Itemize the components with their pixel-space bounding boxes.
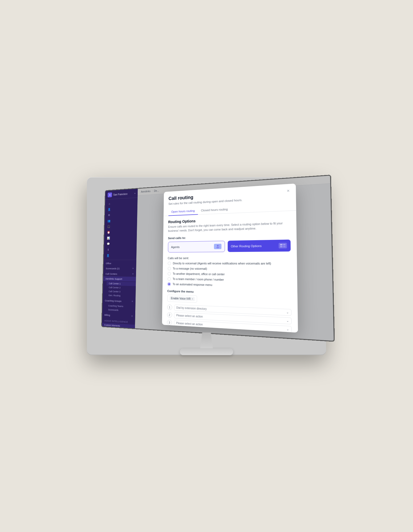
send-calls-label: Send calls to: (168, 234, 290, 239)
app-layout: A San Francisco ▾ ⌂ 👤 (102, 176, 334, 341)
app-logo: A (108, 192, 112, 197)
nav-chart[interactable]: 📊 (104, 234, 137, 241)
coaching-groups-plus-icon: + (132, 300, 133, 303)
modal-body: Routing Options Ensure calls are routed … (162, 210, 298, 332)
radio-department-circle (167, 272, 171, 275)
menu-select-3-chevron: ⌄ (286, 327, 289, 331)
sidebar-menu: Office Scorecards (2) + Call Centers + (102, 260, 136, 328)
svg-point-0 (217, 245, 218, 246)
home-icon: ⌂ (108, 202, 111, 205)
radio-message[interactable]: To a message (no voicemail) (168, 267, 291, 271)
sidebar-item-scorecards[interactable]: Scorecards (2) + (103, 265, 136, 271)
sidebar-item-aerolinks-support[interactable]: Aerolinks Support (103, 276, 136, 281)
monitor-screen-container: A San Francisco ▾ ⌂ 👤 (101, 174, 335, 342)
person-icon: 👤 (108, 207, 111, 211)
modal-header: Call routing Set rules for the call rout… (164, 183, 296, 205)
main-content: Aerolinks / De... Call routing Set rules… (135, 176, 334, 341)
option-other-routing[interactable]: Other Routing Options (227, 239, 290, 252)
radio-team-member-circle (167, 277, 171, 280)
org-chevron-icon: ▾ (134, 192, 136, 194)
agents-icon (214, 243, 221, 249)
message-icon: 💬 (107, 242, 110, 246)
avatar-icon: 👤 (107, 253, 110, 257)
modal-overlay[interactable]: Call routing Set rules for the call rout… (135, 176, 334, 341)
stand-neck (196, 332, 217, 348)
radio-automated-circle (167, 282, 171, 286)
routing-options-row: Agents (168, 239, 290, 252)
svg-rect-6 (280, 246, 282, 247)
svg-rect-4 (280, 244, 282, 245)
team-icon: 👥 (107, 219, 111, 222)
scorecards-plus-icon: + (132, 267, 134, 270)
radio-automated[interactable]: To an automated response menu (167, 282, 291, 288)
ivr-tag-close-icon[interactable]: × (192, 297, 193, 300)
monitor-frame: A San Francisco ▾ ⌂ 👤 (87, 177, 326, 355)
settings-icon: ⚙ (108, 213, 111, 217)
configure-menu-section: Configure the menu Enable Voice IVR × (167, 289, 292, 332)
sidebar-sub-menu: Call Center 1 Call Center 2 Call Center … (103, 281, 136, 299)
menu-select-1-chevron: ⌄ (286, 310, 289, 314)
call-routing-modal: Call routing Set rules for the call rout… (162, 183, 298, 332)
svg-point-3 (218, 246, 220, 247)
calls-will-be-sent: Calls will be sent: Directly to voicemai… (167, 256, 291, 288)
modal-close-button[interactable]: × (285, 188, 292, 194)
sidebar-item-office[interactable]: Office (104, 261, 136, 266)
menu-num-2: 2 (167, 312, 172, 318)
svg-point-2 (218, 244, 220, 246)
radio-voicemail[interactable]: Directly to voicemail (Agents will recei… (168, 261, 291, 265)
sidebar-nav-icons: ⌂ 👤 ⚙ 👥 🎧 (104, 198, 137, 260)
sidebar-coaching-sub: Coaching Teams Scorecards (102, 303, 136, 313)
tab-open-hours[interactable]: Open hours routing (168, 207, 198, 216)
nav-clock[interactable]: ⏰ (104, 228, 137, 235)
svg-rect-5 (283, 244, 285, 245)
info-icon: ℹ (107, 248, 110, 251)
ivr-tag-input[interactable]: Enable Voice IVR × (167, 294, 197, 303)
radio-message-circle (168, 267, 171, 270)
radio-department[interactable]: To another department, office or call ce… (167, 272, 291, 277)
nav-info[interactable]: ℹ (104, 246, 137, 252)
svg-rect-7 (283, 246, 285, 247)
clock-icon: ⏰ (107, 230, 110, 234)
nav-avatar[interactable]: 👤 (104, 252, 137, 258)
menu-num-3: 3 (167, 320, 172, 325)
call-centers-plus-icon: + (132, 272, 134, 276)
sidebar-item-call-centers[interactable]: Call Centers + (103, 271, 136, 277)
calls-sent-title: Calls will be sent: (168, 256, 291, 260)
headphone-icon: 🎧 (107, 225, 110, 228)
nav-message[interactable]: 💬 (104, 240, 137, 247)
other-routing-icon (279, 242, 287, 248)
option-agents[interactable]: Agents (168, 240, 225, 252)
billing-plus-icon: + (131, 314, 133, 318)
org-name: San Francisco (113, 192, 133, 196)
radio-dot (168, 283, 170, 285)
sidebar: A San Francisco ▾ ⌂ 👤 (102, 189, 138, 328)
monitor-wrapper: A San Francisco ▾ ⌂ 👤 (87, 177, 326, 355)
menu-select-2-chevron: ⌄ (286, 319, 289, 322)
sidebar-item-gen-routing[interactable]: Gen. Routing (106, 293, 136, 298)
tab-closed-hours[interactable]: Closed hours routing (198, 205, 231, 214)
ivr-tag: Enable Voice IVR × (169, 296, 195, 301)
radio-team-member[interactable]: To a team member / room phone / number (167, 277, 291, 282)
chart-icon: 📊 (107, 236, 110, 240)
monitor-screen: A San Francisco ▾ ⌂ 👤 (102, 176, 334, 341)
menu-num-1: 1 (167, 304, 172, 310)
nav-headphone[interactable]: 🎧 (104, 222, 137, 229)
radio-voicemail-circle (168, 261, 171, 265)
stand-base (180, 348, 233, 355)
configure-menu-title: Configure the menu (167, 289, 291, 296)
